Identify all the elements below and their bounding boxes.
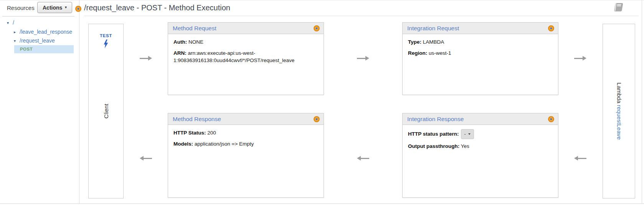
method-request-body: Auth: NONE ARN: arn:aws:execute-api:us-w… [168,34,324,72]
sidebar-item-root[interactable]: ▾/ [7,20,14,26]
page-title: /request_leave - POST - Method Execution [84,3,230,12]
client-box: TEST Client [88,24,124,198]
sidebar-item-post-method[interactable]: POST [20,47,33,51]
auth-row: Auth: NONE [173,38,318,46]
lambda-function-link[interactable]: requestLeave [616,105,622,140]
lambda-label: Lambda requestLeave [616,82,622,139]
resource-root-link[interactable]: / [13,20,14,26]
chevron-down-icon [468,133,471,135]
arn-row: ARN: arn:aws:execute-api:us-west-1:90836… [173,49,318,64]
flow-arrow-right-icon [140,56,152,61]
region-row: Region: us-west-1 [408,49,553,57]
method-response-title-link[interactable]: Method Response [173,116,221,122]
bullseye-icon [314,25,320,31]
region-value: us-west-1 [429,50,451,56]
integration-request-title-link[interactable]: Integration Request [407,25,459,31]
models-row: Models: application/json => Empty [173,140,318,148]
output-passthrough-row: Output passthrough: Yes [408,143,553,150]
method-response-panel: Method Response HTTP Status: 200 Models:… [168,113,324,198]
type-label: Type: [408,39,421,45]
bullseye-icon [548,116,554,122]
models-value: application/json => Empty [195,141,254,147]
http-status-pattern-label: HTTP status pattern: [408,131,459,137]
output-passthrough-value: Yes [461,143,469,149]
type-row: Type: LAMBDA [408,38,553,46]
sidebar-item-request-leave[interactable]: ▾/request_leave [14,38,55,44]
sidebar-separator [2,16,74,16]
resource-request-leave-link[interactable]: /request_leave [20,38,55,44]
http-status-pattern-select[interactable]: - [461,129,474,139]
arn-label: ARN: [173,50,187,56]
flow-arrow-right-icon [574,56,586,61]
caret-down-icon: ▾ [65,6,67,9]
expander-open-icon[interactable]: ▾ [14,39,20,43]
lambda-prefix-label: Lambda [616,82,622,103]
method-response-body: HTTP Status: 200 Models: application/jso… [168,125,324,155]
models-label: Models: [173,141,193,147]
title-separator [84,16,639,16]
http-status-pattern-row: HTTP status pattern:- [408,129,553,139]
client-label: Client [103,104,109,118]
integration-response-title-link[interactable]: Integration Response [407,116,464,122]
flow-arrow-left-icon [357,156,369,161]
method-request-panel: Method Request Auth: NONE ARN: arn:aws:e… [168,22,324,95]
flow-arrow-left-icon [140,156,152,161]
auth-label: Auth: [173,39,187,45]
http-status-pattern-value: - [464,131,466,138]
method-response-header: Method Response [168,113,324,125]
type-value: LAMBDA [423,39,444,45]
http-status-row: HTTP Status: 200 [173,129,318,137]
integration-request-body: Type: LAMBDA Region: us-west-1 [403,34,558,64]
top-border [0,0,644,0]
region-label: Region: [408,50,427,56]
lambda-box: Lambda requestLeave [603,24,635,198]
bottom-border [0,203,644,204]
method-request-title-link[interactable]: Method Request [173,25,216,31]
sidebar-item-leave-lead-response[interactable]: ▸/leave_lead_response [14,29,72,35]
resource-leave-lead-response-link[interactable]: /leave_lead_response [20,29,72,35]
sidebar-divider [79,0,79,203]
actions-button-label: Actions [43,5,62,11]
method-request-header: Method Request [168,23,324,34]
expander-open-icon[interactable]: ▾ [7,21,13,25]
integration-request-panel: Integration Request Type: LAMBDA Region:… [402,22,558,95]
http-status-value: 200 [207,130,216,136]
documentation-book-icon[interactable] [613,2,624,14]
integration-request-header: Integration Request [403,23,558,34]
right-border [642,0,642,203]
integration-response-panel: Integration Response HTTP status pattern… [402,113,558,198]
flow-arrow-right-icon [357,56,369,61]
integration-response-header: Integration Response [403,113,558,125]
bullseye-icon [314,116,320,122]
output-passthrough-label: Output passthrough: [408,143,459,149]
lightning-bolt-icon[interactable] [103,39,109,50]
auth-value: NONE [188,39,203,45]
resources-pane-title: Resources [7,5,35,11]
http-status-label: HTTP Status: [173,130,206,136]
arn-value: arn:aws:execute-api:us-west-1:9083639161… [173,50,294,64]
method-execution-bullseye-icon [75,6,81,12]
bullseye-icon [548,25,554,31]
test-link[interactable]: TEST [89,33,123,38]
actions-button[interactable]: Actions ▾ [37,2,72,13]
flow-arrow-left-icon [574,156,586,161]
expander-closed-icon[interactable]: ▸ [14,30,20,34]
integration-response-body: HTTP status pattern:- Output passthrough… [403,125,558,158]
